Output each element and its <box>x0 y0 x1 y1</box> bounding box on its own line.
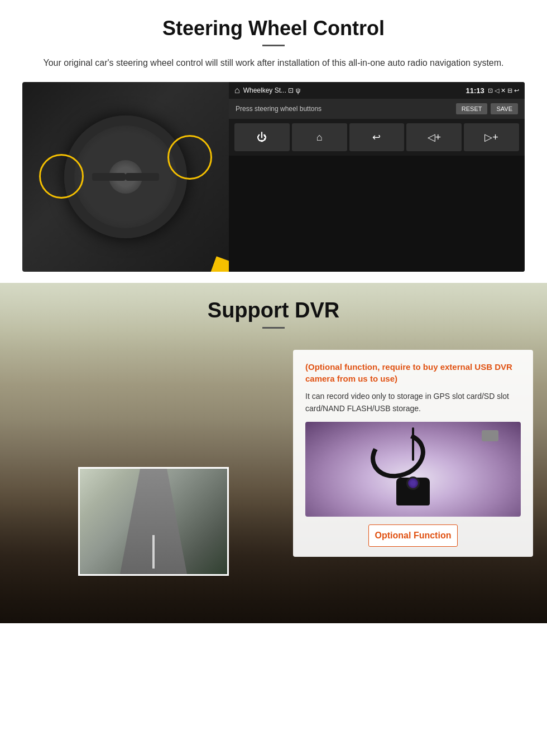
prompt-text: Press steering wheel buttons <box>236 105 322 113</box>
title-divider <box>262 45 285 46</box>
ctrl-home[interactable]: ⌂ <box>292 123 347 151</box>
optional-function-button[interactable]: Optional Function <box>368 524 458 547</box>
status-icons: ⊡ ◁ ✕ ⊟ ↩ <box>488 87 519 94</box>
ctrl-vol-up[interactable]: ▷+ <box>464 123 519 151</box>
android-screen: ⌂ Wheelkey St... ⊡ ψ 11:13 ⊡ ◁ ✕ ⊟ ↩ Pre… <box>229 82 525 272</box>
dvr-preview-image <box>78 467 229 576</box>
home-icon: ⌂ <box>234 85 240 95</box>
dvr-optional-note: (Optional function, require to buy exter… <box>305 361 521 384</box>
camera-body <box>396 478 430 505</box>
steering-section: Steering Wheel Control Your original car… <box>0 0 547 283</box>
steering-title: Steering Wheel Control <box>22 17 525 40</box>
save-button[interactable]: SAVE <box>491 103 518 114</box>
ctrl-back[interactable]: ↩ <box>349 123 405 151</box>
usb-connector <box>482 430 498 441</box>
steering-subtitle: Your original car's steering wheel contr… <box>22 56 525 70</box>
dvr-title-area: Support DVR <box>0 283 547 346</box>
screen-empty-area <box>229 156 525 272</box>
prompt-row: Press steering wheel buttons RESET SAVE <box>229 99 525 119</box>
ctrl-power[interactable]: ⏻ <box>234 123 290 151</box>
status-bar: ⌂ Wheelkey St... ⊡ ψ 11:13 ⊡ ◁ ✕ ⊟ ↩ <box>229 82 525 99</box>
ctrl-vol-down[interactable]: ◁+ <box>406 123 462 151</box>
highlight-circle-left <box>39 154 84 199</box>
dvr-title-divider <box>262 327 285 329</box>
controls-row: ⏻ ⌂ ↩ ◁+ ▷+ <box>229 119 525 156</box>
camera-cable <box>412 427 414 461</box>
arrow-shape <box>209 251 229 272</box>
reset-button[interactable]: RESET <box>456 103 488 114</box>
camera-lens <box>406 476 420 490</box>
status-time: 11:13 <box>466 86 484 95</box>
preview-road-line <box>152 535 155 569</box>
spoke-right <box>126 173 159 181</box>
steering-image-container: ⌂ Wheelkey St... ⊡ ψ 11:13 ⊡ ◁ ✕ ⊟ ↩ Pre… <box>22 82 525 272</box>
highlight-circle-right <box>167 135 212 180</box>
prompt-buttons: RESET SAVE <box>456 103 518 114</box>
spoke-left <box>92 173 126 181</box>
camera-coil <box>364 425 431 485</box>
steering-wheel-photo <box>22 82 229 272</box>
dvr-info-box: (Optional function, require to buy exter… <box>293 350 533 557</box>
dvr-section: Support DVR (Optional function, require … <box>0 283 547 623</box>
dvr-description: It can record video only to storage in G… <box>305 390 521 415</box>
dvr-camera-image <box>305 422 521 517</box>
dvr-title: Support DVR <box>22 298 525 322</box>
app-title: Wheelkey St... ⊡ ψ <box>243 86 463 94</box>
